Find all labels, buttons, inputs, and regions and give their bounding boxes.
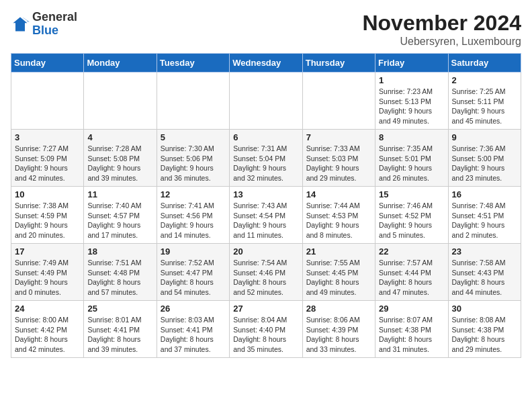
calendar-cell: 12Sunrise: 7:41 AMSunset: 4:56 PMDayligh… [157,187,229,244]
day-info: Sunrise: 7:49 AMSunset: 4:49 PMDaylight:… [15,258,80,298]
day-number: 12 [161,189,226,199]
calendar-body: 1Sunrise: 7:23 AMSunset: 5:13 PMDaylight… [11,73,521,358]
calendar-cell: 16Sunrise: 7:48 AMSunset: 4:51 PMDayligh… [448,187,521,244]
day-info: Sunrise: 7:28 AMSunset: 5:08 PMDaylight:… [87,144,152,183]
day-of-week-header: Tuesday [157,54,229,73]
location-subtitle: Uebersyren, Luxembourg [362,36,521,48]
calendar-cell: 28Sunrise: 8:06 AMSunset: 4:39 PMDayligh… [302,301,375,358]
calendar-cell: 19Sunrise: 7:52 AMSunset: 4:47 PMDayligh… [157,244,229,301]
day-number: 9 [452,132,517,142]
calendar-cell: 13Sunrise: 7:43 AMSunset: 4:54 PMDayligh… [230,187,302,244]
day-info: Sunrise: 8:08 AMSunset: 4:38 PMDaylight:… [452,315,517,355]
calendar-cell: 8Sunrise: 7:35 AMSunset: 5:01 PMDaylight… [375,130,448,187]
calendar-cell [84,73,157,130]
calendar-cell: 27Sunrise: 8:04 AMSunset: 4:40 PMDayligh… [230,301,302,358]
calendar-cell: 30Sunrise: 8:08 AMSunset: 4:38 PMDayligh… [448,301,521,358]
calendar-cell [230,73,302,130]
day-info: Sunrise: 8:06 AMSunset: 4:39 PMDaylight:… [306,315,371,355]
day-number: 23 [452,246,517,257]
day-number: 24 [15,304,80,314]
day-number: 7 [306,132,371,142]
calendar-cell: 15Sunrise: 7:46 AMSunset: 4:52 PMDayligh… [375,187,448,244]
day-number: 4 [87,132,152,142]
day-number: 8 [379,132,444,142]
day-info: Sunrise: 7:36 AMSunset: 5:00 PMDaylight:… [452,144,517,183]
logo: General Blue [11,11,77,38]
calendar-cell: 22Sunrise: 7:57 AMSunset: 4:44 PMDayligh… [375,244,448,301]
day-number: 13 [233,189,298,199]
day-info: Sunrise: 7:38 AMSunset: 4:59 PMDaylight:… [15,201,80,240]
logo-blue-text: Blue [32,24,77,38]
calendar-cell: 23Sunrise: 7:58 AMSunset: 4:43 PMDayligh… [448,244,521,301]
calendar-cell: 29Sunrise: 8:07 AMSunset: 4:38 PMDayligh… [375,301,448,358]
calendar-cell: 24Sunrise: 8:00 AMSunset: 4:42 PMDayligh… [11,301,84,358]
calendar-cell: 21Sunrise: 7:55 AMSunset: 4:45 PMDayligh… [302,244,375,301]
day-number: 27 [233,304,298,314]
day-number: 28 [306,304,371,314]
calendar-week-row: 1Sunrise: 7:23 AMSunset: 5:13 PMDaylight… [11,73,521,130]
day-number: 20 [233,246,298,257]
calendar-cell: 6Sunrise: 7:31 AMSunset: 5:04 PMDaylight… [230,130,302,187]
day-info: Sunrise: 8:03 AMSunset: 4:41 PMDaylight:… [161,315,226,355]
month-title: November 2024 [362,11,521,36]
day-info: Sunrise: 7:25 AMSunset: 5:11 PMDaylight:… [452,87,517,126]
day-info: Sunrise: 7:58 AMSunset: 4:43 PMDaylight:… [452,258,517,298]
calendar-cell: 5Sunrise: 7:30 AMSunset: 5:06 PMDaylight… [157,130,229,187]
day-info: Sunrise: 7:46 AMSunset: 4:52 PMDaylight:… [379,201,444,240]
day-number: 5 [161,132,226,142]
day-number: 19 [161,246,226,257]
day-number: 3 [15,132,80,142]
calendar-cell: 9Sunrise: 7:36 AMSunset: 5:00 PMDaylight… [448,130,521,187]
calendar-cell: 7Sunrise: 7:33 AMSunset: 5:03 PMDaylight… [302,130,375,187]
calendar-cell: 4Sunrise: 7:28 AMSunset: 5:08 PMDaylight… [84,130,157,187]
logo-general-text: General [32,11,77,24]
day-of-week-header: Saturday [448,54,521,73]
day-number: 1 [379,75,444,85]
calendar-table: SundayMondayTuesdayWednesdayThursdayFrid… [11,53,521,358]
header: General Blue November 2024 Uebersyren, L… [11,11,521,48]
day-info: Sunrise: 8:04 AMSunset: 4:40 PMDaylight:… [233,315,298,355]
day-number: 22 [379,246,444,257]
calendar-week-row: 17Sunrise: 7:49 AMSunset: 4:49 PMDayligh… [11,244,521,301]
day-info: Sunrise: 7:27 AMSunset: 5:09 PMDaylight:… [15,144,80,183]
day-number: 14 [306,189,371,199]
calendar-cell: 17Sunrise: 7:49 AMSunset: 4:49 PMDayligh… [11,244,84,301]
day-info: Sunrise: 7:44 AMSunset: 4:53 PMDaylight:… [306,201,371,240]
day-info: Sunrise: 8:01 AMSunset: 4:41 PMDaylight:… [87,315,152,355]
logo-icon [11,15,30,34]
day-of-week-header: Sunday [11,54,84,73]
calendar-cell: 11Sunrise: 7:40 AMSunset: 4:57 PMDayligh… [84,187,157,244]
day-number: 26 [161,304,226,314]
day-of-week-header: Thursday [302,54,375,73]
calendar-cell [157,73,229,130]
day-info: Sunrise: 7:54 AMSunset: 4:46 PMDaylight:… [233,258,298,298]
day-number: 11 [87,189,152,199]
calendar-week-row: 24Sunrise: 8:00 AMSunset: 4:42 PMDayligh… [11,301,521,358]
day-of-week-header: Monday [84,54,157,73]
calendar-cell [302,73,375,130]
title-area: November 2024 Uebersyren, Luxembourg [362,11,521,48]
calendar-cell: 1Sunrise: 7:23 AMSunset: 5:13 PMDaylight… [375,73,448,130]
calendar-cell: 3Sunrise: 7:27 AMSunset: 5:09 PMDaylight… [11,130,84,187]
day-number: 16 [452,189,517,199]
day-number: 25 [87,304,152,314]
day-info: Sunrise: 7:30 AMSunset: 5:06 PMDaylight:… [161,144,226,183]
calendar-week-row: 10Sunrise: 7:38 AMSunset: 4:59 PMDayligh… [11,187,521,244]
day-info: Sunrise: 8:00 AMSunset: 4:42 PMDaylight:… [15,315,80,355]
day-info: Sunrise: 7:57 AMSunset: 4:44 PMDaylight:… [379,258,444,298]
calendar-cell: 14Sunrise: 7:44 AMSunset: 4:53 PMDayligh… [302,187,375,244]
day-info: Sunrise: 7:23 AMSunset: 5:13 PMDaylight:… [379,87,444,126]
calendar-week-row: 3Sunrise: 7:27 AMSunset: 5:09 PMDaylight… [11,130,521,187]
calendar-cell: 25Sunrise: 8:01 AMSunset: 4:41 PMDayligh… [84,301,157,358]
day-info: Sunrise: 7:52 AMSunset: 4:47 PMDaylight:… [161,258,226,298]
day-number: 21 [306,246,371,257]
day-info: Sunrise: 7:31 AMSunset: 5:04 PMDaylight:… [233,144,298,183]
day-info: Sunrise: 7:51 AMSunset: 4:48 PMDaylight:… [87,258,152,298]
calendar-header: SundayMondayTuesdayWednesdayThursdayFrid… [11,54,521,73]
header-row: SundayMondayTuesdayWednesdayThursdayFrid… [11,54,521,73]
day-info: Sunrise: 7:41 AMSunset: 4:56 PMDaylight:… [161,201,226,240]
calendar-cell: 2Sunrise: 7:25 AMSunset: 5:11 PMDaylight… [448,73,521,130]
day-info: Sunrise: 7:40 AMSunset: 4:57 PMDaylight:… [87,201,152,240]
calendar-cell: 18Sunrise: 7:51 AMSunset: 4:48 PMDayligh… [84,244,157,301]
day-number: 30 [452,304,517,314]
